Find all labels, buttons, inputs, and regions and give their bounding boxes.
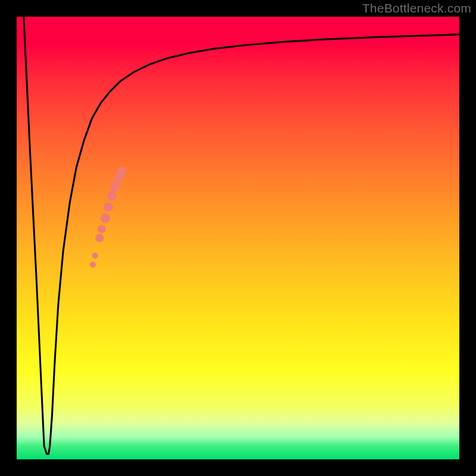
watermark-text: TheBottleneck.com	[362, 1, 471, 15]
marker-dot	[104, 202, 113, 212]
marker-dot	[110, 182, 120, 192]
marker-dot	[90, 262, 96, 268]
chart-frame: TheBottleneck.com	[0, 0, 476, 476]
bottleneck-curve-line	[24, 17, 459, 454]
marker-dots-layer	[90, 167, 126, 267]
marker-dot	[92, 253, 98, 259]
marker-dot	[101, 214, 110, 223]
marker-dot	[95, 234, 104, 242]
marker-dot	[107, 191, 117, 201]
marker-dot	[98, 225, 106, 233]
chart-svg	[17, 17, 459, 459]
plot-area	[17, 17, 459, 459]
marker-dot	[117, 167, 126, 176]
